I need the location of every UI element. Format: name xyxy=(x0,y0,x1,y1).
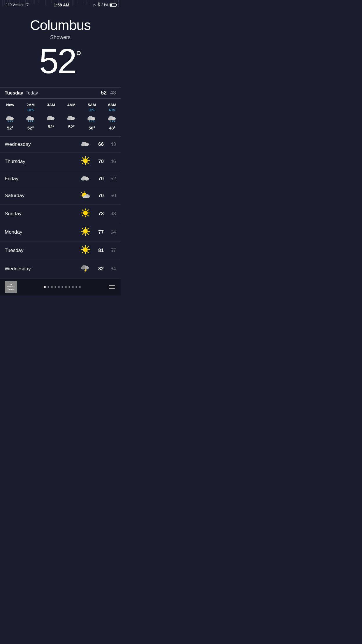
week-high: 73 xyxy=(96,211,104,217)
week-day: Thursday xyxy=(5,159,78,164)
week-low: 43 xyxy=(108,141,116,147)
svg-line-44 xyxy=(82,158,83,159)
svg-rect-28 xyxy=(112,120,113,122)
hour-time: 3AM xyxy=(47,103,55,107)
status-bar: -110 Verizon 1:58 AM ▷ 31% xyxy=(0,0,121,8)
status-left: -110 Verizon xyxy=(5,3,29,7)
page-dot[interactable] xyxy=(75,286,77,288)
hour-time: 5AM xyxy=(88,103,96,107)
svg-point-26 xyxy=(108,118,112,120)
week-high: 82 xyxy=(96,266,104,272)
svg-rect-27 xyxy=(110,120,111,122)
hour-precip: 60% xyxy=(109,108,115,112)
week-low: 48 xyxy=(108,211,116,217)
hour-temp: 52° xyxy=(7,125,14,130)
hour-time: Now xyxy=(6,103,14,107)
svg-point-57 xyxy=(83,211,88,215)
condition-text: Showers xyxy=(6,34,115,41)
svg-line-64 xyxy=(88,210,89,211)
hero-section: Columbus Showers 52° xyxy=(0,8,121,87)
logo-box: The Weather Channel xyxy=(5,281,17,293)
week-day: Wednesday xyxy=(5,266,78,272)
week-row: Wednesday 82 64 xyxy=(0,260,121,278)
page-dot[interactable] xyxy=(55,286,56,288)
week-temps: 81 57 xyxy=(93,248,116,253)
svg-point-39 xyxy=(83,158,88,163)
hour-temp: 48° xyxy=(109,125,116,130)
hour-icon xyxy=(46,114,56,123)
svg-rect-5 xyxy=(12,120,13,122)
week-day: Wednesday xyxy=(5,141,78,147)
week-row: Sunday 73 48 xyxy=(0,205,121,223)
page-dot[interactable] xyxy=(61,286,63,288)
week-icon xyxy=(78,174,93,183)
city-name: Columbus xyxy=(6,17,115,33)
hour-temp: 52° xyxy=(68,124,75,129)
week-row: Thursday 70 46 xyxy=(0,153,121,171)
page-dot[interactable] xyxy=(58,286,60,288)
menu-button[interactable] xyxy=(108,284,116,290)
page-dot[interactable] xyxy=(68,286,70,288)
svg-line-63 xyxy=(88,215,89,216)
hour-temp: 52° xyxy=(27,125,34,130)
battery-percent: 31% xyxy=(101,3,108,7)
week-icon xyxy=(78,208,93,219)
week-icon xyxy=(78,227,93,238)
svg-rect-9 xyxy=(28,120,29,122)
week-low: 46 xyxy=(108,159,116,164)
svg-line-81 xyxy=(88,252,89,253)
week-low: 57 xyxy=(108,248,116,253)
week-day: Tuesday xyxy=(5,248,78,253)
today-temps: 52 48 xyxy=(101,90,116,96)
svg-line-74 xyxy=(82,234,83,235)
week-day: Sunday xyxy=(5,211,78,217)
svg-rect-4 xyxy=(10,120,11,122)
svg-line-54 xyxy=(82,192,82,193)
page-dot[interactable] xyxy=(48,286,49,288)
week-high: 70 xyxy=(96,176,104,182)
svg-line-71 xyxy=(82,228,83,229)
week-high: 70 xyxy=(96,159,104,164)
week-high: 70 xyxy=(96,193,104,199)
weather-channel-logo[interactable]: The Weather Channel xyxy=(5,281,17,293)
location-icon: ▷ xyxy=(94,3,96,7)
page-dot[interactable] xyxy=(65,286,67,288)
week-icon xyxy=(78,190,93,201)
page-dot[interactable] xyxy=(44,286,46,288)
page-dots[interactable] xyxy=(44,286,81,288)
weekly-section: Wednesday 66 43 Thursday 70 46 Friday xyxy=(0,136,121,278)
svg-rect-21 xyxy=(89,120,90,122)
svg-line-73 xyxy=(88,228,89,229)
week-high: 66 xyxy=(96,141,104,147)
page-dot[interactable] xyxy=(51,286,53,288)
bottom-bar: The Weather Channel xyxy=(0,278,121,295)
week-temps: 82 64 xyxy=(93,266,116,272)
today-label: Tuesday Today xyxy=(5,90,38,96)
svg-point-17 xyxy=(67,117,71,120)
today-text: Today xyxy=(26,90,38,96)
svg-line-46 xyxy=(88,158,89,159)
svg-line-72 xyxy=(88,234,89,235)
battery-icon xyxy=(110,3,116,7)
page-dot[interactable] xyxy=(72,286,74,288)
hour-precip: 50% xyxy=(89,108,95,112)
week-temps: 66 43 xyxy=(93,141,116,147)
svg-point-86 xyxy=(81,267,85,270)
hour-item: 3AM 52° xyxy=(41,102,61,133)
svg-point-14 xyxy=(47,117,51,120)
svg-point-2 xyxy=(6,118,10,120)
hour-time: 2AM xyxy=(27,103,34,107)
week-day: Monday xyxy=(5,229,78,235)
hourly-section[interactable]: Now 52° 2AM 60% 52° 3AM 5 xyxy=(0,98,121,136)
status-right: ▷ 31% xyxy=(94,2,116,7)
hour-precip: 60% xyxy=(27,108,34,112)
week-row: Tuesday 81 57 xyxy=(0,242,121,260)
current-temperature: 52° xyxy=(6,43,115,78)
page-dot[interactable] xyxy=(79,286,81,288)
hour-item: 4AM 52° xyxy=(61,102,82,133)
svg-rect-3 xyxy=(8,120,9,122)
week-icon xyxy=(78,140,93,149)
today-high: 52 xyxy=(101,90,107,96)
svg-line-83 xyxy=(82,252,83,253)
svg-rect-22 xyxy=(92,120,92,122)
